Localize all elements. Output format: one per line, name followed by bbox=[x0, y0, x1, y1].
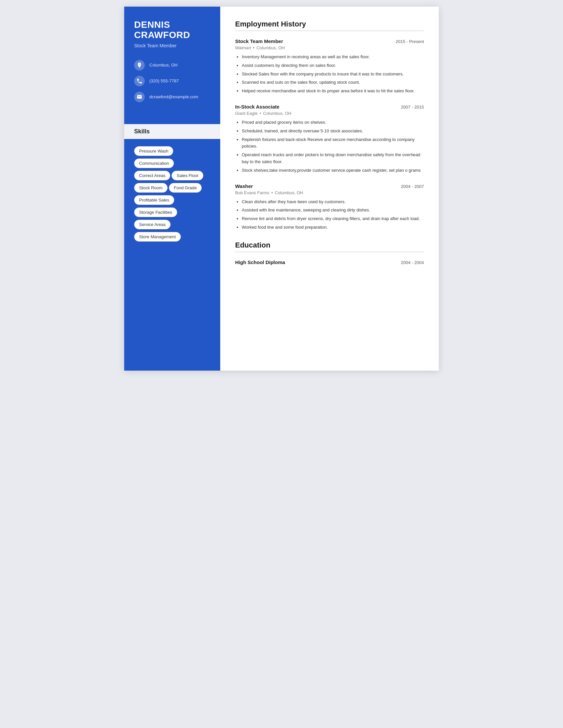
job-header: Stock Team Member 2015 - Present bbox=[235, 38, 424, 44]
education-section-title: Education bbox=[235, 241, 424, 252]
job-header: Washer 2004 - 2007 bbox=[235, 183, 424, 189]
job-bullet: Stocked Sales floor with the company pro… bbox=[242, 71, 424, 78]
job-bullet: Stock shelves,take inventory,provide cus… bbox=[242, 167, 424, 174]
job-title: Washer bbox=[235, 183, 253, 189]
education-section: Education High School Diploma 2004 - 200… bbox=[235, 241, 424, 265]
job-bullet: Operated reach trucks and order pickers … bbox=[242, 152, 424, 165]
person-title: Stock Team Member bbox=[134, 43, 210, 48]
job-bullet: Priced and placed grocery items on shelv… bbox=[242, 119, 424, 126]
jobs-container: Stock Team Member 2015 - Present Walmart… bbox=[235, 38, 424, 231]
edu-degree: High School Diploma bbox=[235, 259, 285, 265]
skill-badge: Profitable Sales bbox=[134, 195, 174, 205]
job-block: In-Stock Associate 2007 - 2015 Giant Eag… bbox=[235, 104, 424, 174]
skill-badge: Service Areas bbox=[134, 220, 170, 229]
job-block: Stock Team Member 2015 - Present Walmart… bbox=[235, 38, 424, 95]
contact-section: Columbus, OH (320) 555-7787 dcrawford@ex… bbox=[134, 60, 210, 108]
skill-badge: Communication bbox=[134, 159, 174, 168]
location-text: Columbus, OH bbox=[149, 63, 177, 68]
job-bullet: Worked food line and some food preparati… bbox=[242, 224, 424, 231]
job-title: In-Stock Associate bbox=[235, 104, 279, 110]
job-dates: 2007 - 2015 bbox=[401, 105, 424, 110]
job-dates: 2004 - 2007 bbox=[401, 184, 424, 189]
person-name: DENNIS CRAWFORD bbox=[134, 20, 210, 40]
email-icon bbox=[134, 92, 145, 102]
job-bullet: Scanned ins and outs on the sales floor,… bbox=[242, 79, 424, 86]
resume-container: DENNIS CRAWFORD Stock Team Member Columb… bbox=[124, 7, 439, 371]
job-bullet: Assisted with line maintenance, sweeping… bbox=[242, 207, 424, 214]
skills-title: Skills bbox=[124, 124, 220, 139]
job-bullets: Inventory Management in receiving areas … bbox=[235, 54, 424, 95]
job-bullet: Replenish fixtures and back-stock Receiv… bbox=[242, 136, 424, 150]
job-bullets: Priced and placed grocery items on shelv… bbox=[235, 119, 424, 174]
skill-badge: Pressure Wash bbox=[134, 146, 173, 156]
job-bullets: Clean dishes after they have been used b… bbox=[235, 199, 424, 231]
job-bullet: Helped receive merchandise and stock in … bbox=[242, 88, 424, 95]
contact-email: dcrawford@example.com bbox=[134, 92, 210, 102]
edu-header: High School Diploma 2004 - 2004 bbox=[235, 259, 424, 265]
skill-badge: Correct Areas bbox=[134, 171, 170, 180]
job-meta: Bob Evans Farms•Columbus, OH bbox=[235, 190, 424, 195]
sidebar: DENNIS CRAWFORD Stock Team Member Columb… bbox=[124, 7, 220, 371]
location-icon bbox=[134, 60, 145, 70]
job-meta: Walmart•Columbus, OH bbox=[235, 45, 424, 50]
job-bullet: Assist customers by directing them on sa… bbox=[242, 62, 424, 69]
skill-badge: Food Grade bbox=[169, 183, 202, 193]
job-bullet: Remove lint and debris from dryer screen… bbox=[242, 215, 424, 222]
contact-phone: (320) 555-7787 bbox=[134, 76, 210, 86]
job-meta: Giant Eagle•Columbus, OH bbox=[235, 111, 424, 116]
education-container: High School Diploma 2004 - 2004 bbox=[235, 259, 424, 265]
job-header: In-Stock Associate 2007 - 2015 bbox=[235, 104, 424, 110]
skill-badge: Sales Floor bbox=[171, 171, 203, 180]
email-text: dcrawford@example.com bbox=[149, 94, 198, 99]
contact-location: Columbus, OH bbox=[134, 60, 210, 70]
skill-badge: Stock Room bbox=[134, 183, 167, 193]
skills-badges: Pressure WashCommunicationCorrect AreasS… bbox=[134, 145, 210, 243]
skills-section: Skills Pressure WashCommunicationCorrect… bbox=[134, 124, 210, 243]
job-title: Stock Team Member bbox=[235, 38, 283, 44]
edu-dates: 2004 - 2004 bbox=[401, 260, 424, 265]
employment-section-title: Employment History bbox=[235, 20, 424, 31]
education-entry: High School Diploma 2004 - 2004 bbox=[235, 259, 424, 265]
main-content: Employment History Stock Team Member 201… bbox=[220, 7, 439, 371]
job-bullet: Inventory Management in receiving areas … bbox=[242, 54, 424, 61]
job-bullet: Clean dishes after they have been used b… bbox=[242, 199, 424, 205]
skill-badge: Store Management bbox=[134, 232, 181, 242]
skill-badge: Storage Facilities bbox=[134, 207, 177, 217]
job-dates: 2015 - Present bbox=[396, 39, 424, 44]
phone-text: (320) 555-7787 bbox=[149, 78, 179, 83]
job-bullet: Scheduled, trained, and directly oversaw… bbox=[242, 128, 424, 135]
job-block: Washer 2004 - 2007 Bob Evans Farms•Colum… bbox=[235, 183, 424, 231]
phone-icon bbox=[134, 76, 145, 86]
